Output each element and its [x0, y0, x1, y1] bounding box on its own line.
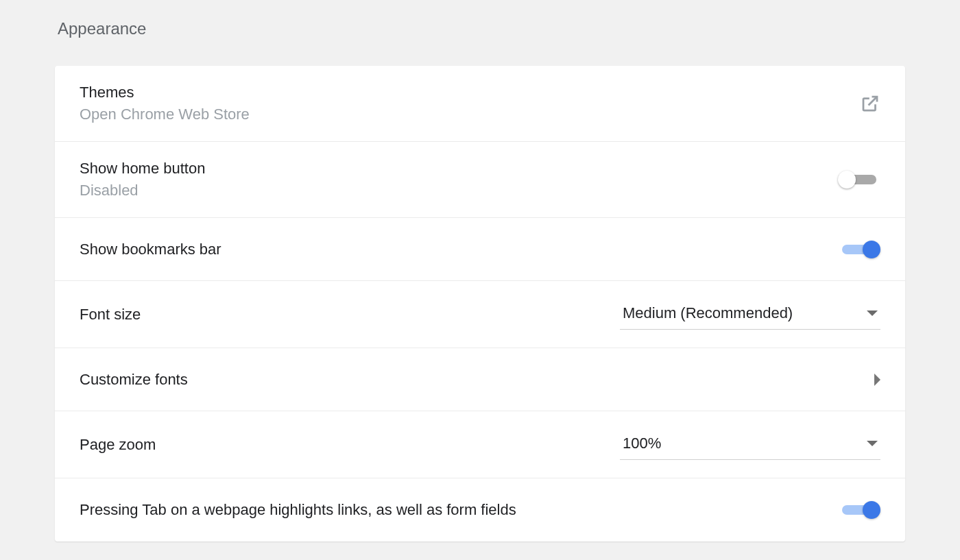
- caret-down-icon: [867, 441, 878, 446]
- font-size-row: Font size Medium (Recommended): [55, 281, 905, 348]
- tab-highlights-row: Pressing Tab on a webpage highlights lin…: [55, 478, 905, 541]
- page-zoom-dropdown[interactable]: 100%: [620, 429, 880, 460]
- page-zoom-value: 100%: [623, 435, 661, 452]
- themes-row[interactable]: Themes Open Chrome Web Store: [55, 66, 905, 142]
- page-zoom-row: Page zoom 100%: [55, 411, 905, 478]
- tab-highlights-toggle[interactable]: [838, 501, 880, 519]
- font-size-value: Medium (Recommended): [623, 304, 793, 322]
- customize-fonts-row[interactable]: Customize fonts: [55, 348, 905, 411]
- show-home-button-sublabel: Disabled: [80, 182, 205, 199]
- show-bookmarks-bar-toggle[interactable]: [838, 241, 880, 258]
- themes-sublabel: Open Chrome Web Store: [80, 106, 250, 123]
- appearance-card: Themes Open Chrome Web Store Show home b…: [55, 66, 905, 541]
- show-home-button-label: Show home button: [80, 160, 205, 178]
- font-size-label: Font size: [80, 306, 141, 323]
- font-size-dropdown[interactable]: Medium (Recommended): [620, 299, 880, 330]
- show-home-button-toggle[interactable]: [838, 171, 880, 188]
- external-link-icon[interactable]: [860, 93, 880, 114]
- tab-highlights-label: Pressing Tab on a webpage highlights lin…: [80, 501, 516, 518]
- page-zoom-label: Page zoom: [80, 436, 156, 453]
- themes-label: Themes: [80, 84, 250, 101]
- show-bookmarks-bar-row: Show bookmarks bar: [55, 218, 905, 281]
- show-bookmarks-bar-label: Show bookmarks bar: [80, 241, 221, 258]
- caret-down-icon: [867, 311, 878, 316]
- section-title-appearance: Appearance: [58, 19, 905, 38]
- customize-fonts-label: Customize fonts: [80, 371, 188, 388]
- chevron-right-icon: [874, 374, 880, 386]
- show-home-button-row: Show home button Disabled: [55, 142, 905, 218]
